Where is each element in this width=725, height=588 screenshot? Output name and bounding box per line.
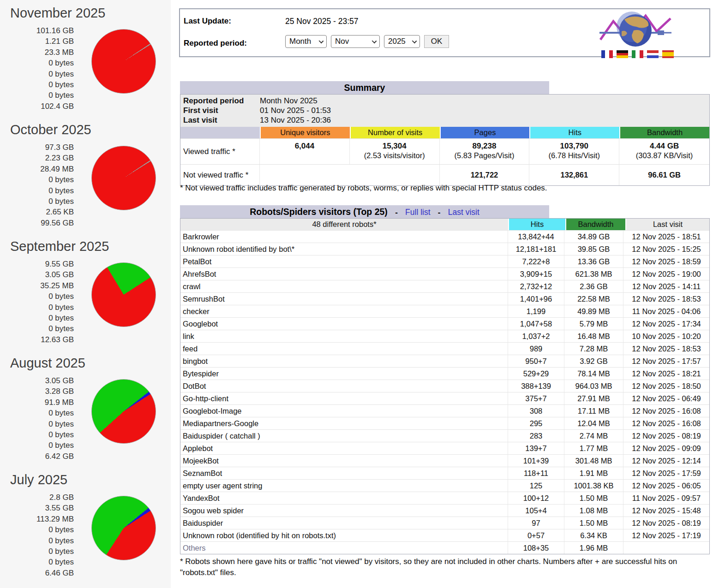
robot-bandwidth: 17.11 MB (564, 405, 623, 417)
full-list-link[interactable]: Full list (405, 208, 430, 217)
month-value: 28.49 MB (0, 164, 74, 174)
summary-info-label: First visit (180, 106, 260, 115)
month-title: October 2025 (0, 122, 171, 137)
summary-info-label: Last visit (180, 115, 260, 125)
viewed-traffic-cell: 103,790(6.78 Hits/Visit) (529, 139, 619, 164)
robot-hits: 13,842+44 (508, 231, 564, 243)
robot-hits: 3,909+15 (508, 268, 564, 280)
month-value: 113.29 MB (0, 514, 74, 524)
month-block: October 202597.3 GB2.23 GB28.49 MB0 byte… (0, 117, 171, 233)
flag-germany-icon[interactable] (617, 50, 628, 58)
period-year-value: 2025 (388, 37, 406, 46)
month-value: 99.56 GB (0, 218, 74, 228)
viewed-traffic-cell: 15,304(2.53 visits/visitor) (350, 139, 440, 164)
robots-column-headers: 48 different robots* Hits Bandwidth Last… (180, 219, 709, 230)
month-value: 0 bytes (0, 440, 74, 451)
ok-button[interactable]: OK (424, 35, 449, 48)
month-value: 101.16 GB (0, 25, 74, 36)
month-value: 6.42 GB (0, 451, 74, 462)
robots-rows: Barkrowler13,842+4434.89 GB12 Nov 2025 -… (180, 230, 709, 554)
robot-row: SeznamBot118+111.91 MB12 Nov 2025 - 17:5… (180, 467, 709, 479)
robot-bandwidth: 3.92 GB (564, 355, 623, 367)
robot-hits: 308 (508, 405, 564, 417)
robot-last-visit: 12 Nov 2025 - 18:21 (623, 368, 709, 380)
month-value: 0 bytes (0, 58, 74, 68)
robot-last-visit: 12 Nov 2025 - 18:59 (623, 255, 709, 267)
robot-name: SeznamBot (180, 467, 508, 479)
month-title: July 2025 (0, 472, 171, 487)
month-values: 9.55 GB3.05 GB35.25 MB0 bytes0 bytes0 by… (0, 259, 74, 345)
language-flags (598, 50, 679, 58)
month-block: August 20253.05 GB3.28 GB91.9 MB0 bytes0… (0, 350, 171, 467)
last-visit-link[interactable]: Last visit (448, 208, 479, 217)
robot-row: Bytespider529+2978.14 MB12 Nov 2025 - 18… (180, 367, 709, 380)
robot-row: checker1,19949.89 MB11 Nov 2025 - 04:06 (180, 305, 709, 317)
robot-last-visit (623, 542, 709, 554)
robot-hits: 1,401+96 (508, 293, 564, 305)
flag-netherlands-icon[interactable] (647, 50, 659, 58)
viewed-traffic-cell: 4.44 GB(303.87 KB/Visit) (619, 139, 709, 164)
month-pie-chart (91, 146, 156, 210)
flag-italy-icon[interactable] (632, 50, 643, 58)
robot-last-visit: 12 Nov 2025 - 17:19 (623, 529, 709, 541)
summary-column-header: Bandwidth (620, 127, 709, 138)
robot-bandwidth: 1.91 MB (564, 467, 623, 479)
viewed-ratio: (2.53 visits/visitor) (352, 151, 437, 160)
robot-name: Applebot (180, 442, 508, 454)
robot-last-visit: 12 Nov 2025 - 17:34 (623, 318, 709, 330)
month-value: 23.3 MB (0, 47, 74, 58)
period-type-select[interactable]: Month (285, 35, 327, 48)
month-value: 3.55 GB (0, 503, 74, 513)
robot-hits: 1,199 (508, 305, 564, 317)
robot-hits: 375+7 (508, 392, 564, 404)
period-month-select[interactable]: Nov (331, 35, 380, 48)
robot-row: feed9897.28 MB12 Nov 2025 - 18:53 (180, 342, 709, 355)
month-values: 101.16 GB1.21 GB23.3 MB0 bytes0 bytes0 b… (0, 25, 74, 112)
robot-bandwidth: 22.58 MB (564, 293, 623, 305)
summary-title: Summary (344, 83, 385, 93)
robot-bandwidth: 1.50 MB (564, 492, 623, 504)
robot-name: Sogou web spider (180, 505, 508, 517)
robot-name: Barkrowler (180, 231, 508, 243)
robot-name: Mediapartners-Google (180, 417, 508, 429)
summary-footnote: * Not viewed traffic includes traffic ge… (180, 183, 710, 194)
robot-name: Unknown robot identified by bot\* (180, 243, 508, 255)
period-year-select[interactable]: 2025 (384, 35, 420, 48)
robot-name: Googlebot (180, 318, 508, 330)
month-pie-chart (91, 496, 156, 560)
robot-last-visit: 12 Nov 2025 - 06:49 (623, 392, 709, 404)
robot-name: YandexBot (180, 492, 508, 504)
robot-row: Googlebot1,047+585.79 MB12 Nov 2025 - 17… (180, 317, 709, 330)
robot-bandwidth: 78.14 MB (564, 368, 623, 380)
robot-hits: 139+7 (508, 442, 564, 454)
robot-last-visit: 12 Nov 2025 - 19:00 (623, 268, 709, 280)
flag-spain-icon[interactable] (662, 50, 674, 58)
viewed-value: 15,304 (352, 142, 437, 151)
robot-row: Go-http-client375+727.91 MB12 Nov 2025 -… (180, 392, 709, 404)
robot-bandwidth: 49.89 MB (564, 305, 623, 317)
summary-column-header: Hits (530, 127, 619, 138)
robot-bandwidth: 27.91 MB (564, 392, 623, 404)
flag-france-icon[interactable] (601, 50, 613, 58)
robot-row: PetalBot7,222+813.36 GB12 Nov 2025 - 18:… (180, 255, 709, 267)
month-value: 1.21 GB (0, 36, 74, 47)
month-sidebar: November 2025101.16 GB1.21 GB23.3 MB0 by… (0, 0, 171, 588)
month-value: 0 bytes (0, 535, 74, 546)
robot-hits: 989 (508, 343, 564, 355)
month-block: July 20252.8 GB3.55 GB113.29 MB0 bytes0 … (0, 467, 171, 583)
robot-hits: 97 (508, 517, 564, 529)
month-value: 0 bytes (0, 79, 74, 90)
robot-bandwidth: 1.50 MB (564, 517, 623, 529)
summary-column-header: Unique visitors (261, 127, 350, 138)
robot-name: empty user agent string (180, 480, 508, 492)
robot-row: YandexBot100+121.50 MB11 Nov 2025 - 09:5… (180, 492, 709, 504)
robot-last-visit: 12 Nov 2025 - 15:25 (623, 243, 709, 255)
robot-row: crawl2,732+122.36 GB12 Nov 2025 - 14:11 (180, 280, 709, 292)
robot-last-visit: 12 Nov 2025 - 18:51 (623, 231, 709, 243)
robot-row: Others108+351.96 MB (180, 541, 709, 554)
period-header-box: Last Update: 25 Nov 2025 - 23:57 Reporte… (179, 8, 710, 57)
robot-row: AhrefsBot3,909+15621.38 MB12 Nov 2025 - … (180, 267, 709, 280)
month-value: 0 bytes (0, 90, 74, 101)
robot-last-visit: 12 Nov 2025 - 09:09 (623, 442, 709, 454)
month-block: September 20259.55 GB3.05 GB35.25 MB0 by… (0, 233, 171, 350)
